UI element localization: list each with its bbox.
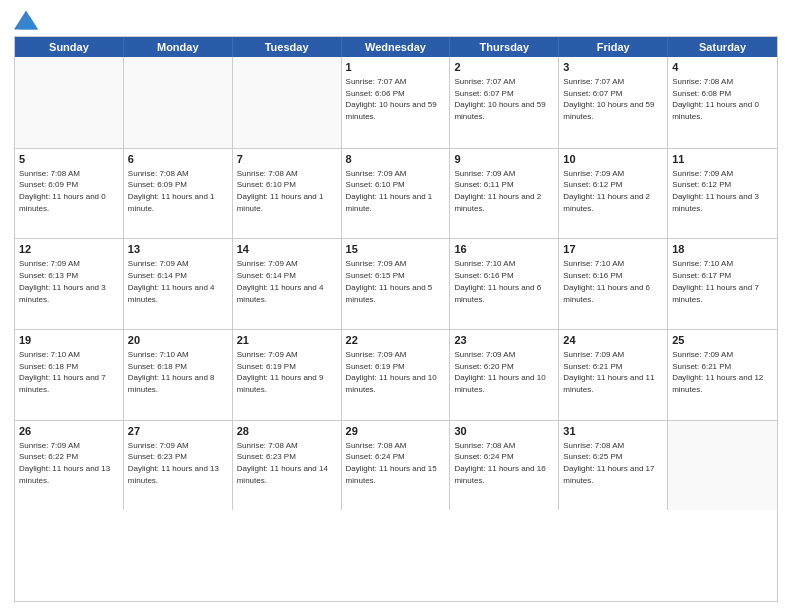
- sunset-text: Sunset: 6:10 PM: [237, 180, 296, 189]
- calendar-cell: [15, 57, 124, 148]
- day-number: 13: [128, 242, 228, 257]
- sunrise-text: Sunrise: 7:09 AM: [237, 350, 298, 359]
- calendar-cell: 24Sunrise: 7:09 AMSunset: 6:21 PMDayligh…: [559, 330, 668, 420]
- daylight-text: Daylight: 11 hours and 15 minutes.: [346, 464, 437, 485]
- sunrise-text: Sunrise: 7:08 AM: [237, 441, 298, 450]
- daylight-text: Daylight: 11 hours and 16 minutes.: [454, 464, 545, 485]
- weekday-header: Thursday: [450, 37, 559, 57]
- calendar-cell: 14Sunrise: 7:09 AMSunset: 6:14 PMDayligh…: [233, 239, 342, 329]
- day-number: 3: [563, 60, 663, 75]
- calendar-cell: 15Sunrise: 7:09 AMSunset: 6:15 PMDayligh…: [342, 239, 451, 329]
- daylight-text: Daylight: 10 hours and 59 minutes.: [454, 100, 545, 121]
- sunset-text: Sunset: 6:18 PM: [19, 362, 78, 371]
- sunrise-text: Sunrise: 7:09 AM: [128, 259, 189, 268]
- daylight-text: Daylight: 11 hours and 10 minutes.: [454, 373, 545, 394]
- day-number: 14: [237, 242, 337, 257]
- sunset-text: Sunset: 6:19 PM: [346, 362, 405, 371]
- day-number: 7: [237, 152, 337, 167]
- day-number: 19: [19, 333, 119, 348]
- day-number: 2: [454, 60, 554, 75]
- calendar-cell: 30Sunrise: 7:08 AMSunset: 6:24 PMDayligh…: [450, 421, 559, 511]
- page: SundayMondayTuesdayWednesdayThursdayFrid…: [0, 0, 792, 612]
- calendar-cell: 17Sunrise: 7:10 AMSunset: 6:16 PMDayligh…: [559, 239, 668, 329]
- day-number: 26: [19, 424, 119, 439]
- calendar-cell: 6Sunrise: 7:08 AMSunset: 6:09 PMDaylight…: [124, 149, 233, 239]
- daylight-text: Daylight: 11 hours and 0 minutes.: [19, 192, 106, 213]
- sunset-text: Sunset: 6:23 PM: [128, 452, 187, 461]
- daylight-text: Daylight: 11 hours and 10 minutes.: [346, 373, 437, 394]
- sunrise-text: Sunrise: 7:08 AM: [128, 169, 189, 178]
- day-number: 15: [346, 242, 446, 257]
- sunrise-text: Sunrise: 7:09 AM: [346, 350, 407, 359]
- weekday-header: Friday: [559, 37, 668, 57]
- sunset-text: Sunset: 6:07 PM: [563, 89, 622, 98]
- day-number: 27: [128, 424, 228, 439]
- calendar-cell: 1Sunrise: 7:07 AMSunset: 6:06 PMDaylight…: [342, 57, 451, 148]
- calendar-cell: [668, 421, 777, 511]
- day-number: 5: [19, 152, 119, 167]
- sunset-text: Sunset: 6:18 PM: [128, 362, 187, 371]
- calendar-cell: 22Sunrise: 7:09 AMSunset: 6:19 PMDayligh…: [342, 330, 451, 420]
- calendar-row: 5Sunrise: 7:08 AMSunset: 6:09 PMDaylight…: [15, 148, 777, 239]
- sunrise-text: Sunrise: 7:08 AM: [454, 441, 515, 450]
- sunset-text: Sunset: 6:22 PM: [19, 452, 78, 461]
- calendar-body: 1Sunrise: 7:07 AMSunset: 6:06 PMDaylight…: [15, 57, 777, 601]
- sunset-text: Sunset: 6:14 PM: [128, 271, 187, 280]
- calendar-header: SundayMondayTuesdayWednesdayThursdayFrid…: [15, 37, 777, 57]
- sunset-text: Sunset: 6:11 PM: [454, 180, 513, 189]
- day-number: 10: [563, 152, 663, 167]
- logo: [14, 10, 42, 30]
- sunrise-text: Sunrise: 7:09 AM: [672, 169, 733, 178]
- day-number: 12: [19, 242, 119, 257]
- calendar: SundayMondayTuesdayWednesdayThursdayFrid…: [14, 36, 778, 602]
- daylight-text: Daylight: 11 hours and 17 minutes.: [563, 464, 654, 485]
- daylight-text: Daylight: 11 hours and 4 minutes.: [128, 283, 215, 304]
- sunrise-text: Sunrise: 7:09 AM: [672, 350, 733, 359]
- day-number: 25: [672, 333, 773, 348]
- calendar-cell: 28Sunrise: 7:08 AMSunset: 6:23 PMDayligh…: [233, 421, 342, 511]
- day-number: 18: [672, 242, 773, 257]
- sunset-text: Sunset: 6:16 PM: [454, 271, 513, 280]
- day-number: 8: [346, 152, 446, 167]
- sunrise-text: Sunrise: 7:10 AM: [19, 350, 80, 359]
- sunset-text: Sunset: 6:23 PM: [237, 452, 296, 461]
- calendar-cell: 29Sunrise: 7:08 AMSunset: 6:24 PMDayligh…: [342, 421, 451, 511]
- calendar-cell: 7Sunrise: 7:08 AMSunset: 6:10 PMDaylight…: [233, 149, 342, 239]
- calendar-row: 1Sunrise: 7:07 AMSunset: 6:06 PMDaylight…: [15, 57, 777, 148]
- daylight-text: Daylight: 11 hours and 1 minute.: [237, 192, 324, 213]
- day-number: 31: [563, 424, 663, 439]
- weekday-header: Wednesday: [342, 37, 451, 57]
- sunset-text: Sunset: 6:10 PM: [346, 180, 405, 189]
- daylight-text: Daylight: 11 hours and 7 minutes.: [19, 373, 106, 394]
- calendar-cell: 11Sunrise: 7:09 AMSunset: 6:12 PMDayligh…: [668, 149, 777, 239]
- calendar-cell: 27Sunrise: 7:09 AMSunset: 6:23 PMDayligh…: [124, 421, 233, 511]
- sunrise-text: Sunrise: 7:10 AM: [454, 259, 515, 268]
- calendar-cell: 26Sunrise: 7:09 AMSunset: 6:22 PMDayligh…: [15, 421, 124, 511]
- sunset-text: Sunset: 6:17 PM: [672, 271, 731, 280]
- sunrise-text: Sunrise: 7:08 AM: [19, 169, 80, 178]
- day-number: 29: [346, 424, 446, 439]
- sunset-text: Sunset: 6:21 PM: [672, 362, 731, 371]
- day-number: 6: [128, 152, 228, 167]
- calendar-cell: 3Sunrise: 7:07 AMSunset: 6:07 PMDaylight…: [559, 57, 668, 148]
- calendar-cell: 9Sunrise: 7:09 AMSunset: 6:11 PMDaylight…: [450, 149, 559, 239]
- day-number: 30: [454, 424, 554, 439]
- sunrise-text: Sunrise: 7:09 AM: [19, 259, 80, 268]
- sunset-text: Sunset: 6:25 PM: [563, 452, 622, 461]
- daylight-text: Daylight: 11 hours and 4 minutes.: [237, 283, 324, 304]
- sunrise-text: Sunrise: 7:07 AM: [346, 77, 407, 86]
- sunrise-text: Sunrise: 7:08 AM: [672, 77, 733, 86]
- sunrise-text: Sunrise: 7:08 AM: [237, 169, 298, 178]
- sunset-text: Sunset: 6:06 PM: [346, 89, 405, 98]
- daylight-text: Daylight: 11 hours and 12 minutes.: [672, 373, 763, 394]
- calendar-cell: 25Sunrise: 7:09 AMSunset: 6:21 PMDayligh…: [668, 330, 777, 420]
- logo-icon: [14, 10, 38, 30]
- sunset-text: Sunset: 6:12 PM: [672, 180, 731, 189]
- sunrise-text: Sunrise: 7:09 AM: [128, 441, 189, 450]
- sunrise-text: Sunrise: 7:09 AM: [237, 259, 298, 268]
- calendar-cell: 23Sunrise: 7:09 AMSunset: 6:20 PMDayligh…: [450, 330, 559, 420]
- calendar-cell: [233, 57, 342, 148]
- weekday-header: Sunday: [15, 37, 124, 57]
- day-number: 23: [454, 333, 554, 348]
- sunrise-text: Sunrise: 7:07 AM: [454, 77, 515, 86]
